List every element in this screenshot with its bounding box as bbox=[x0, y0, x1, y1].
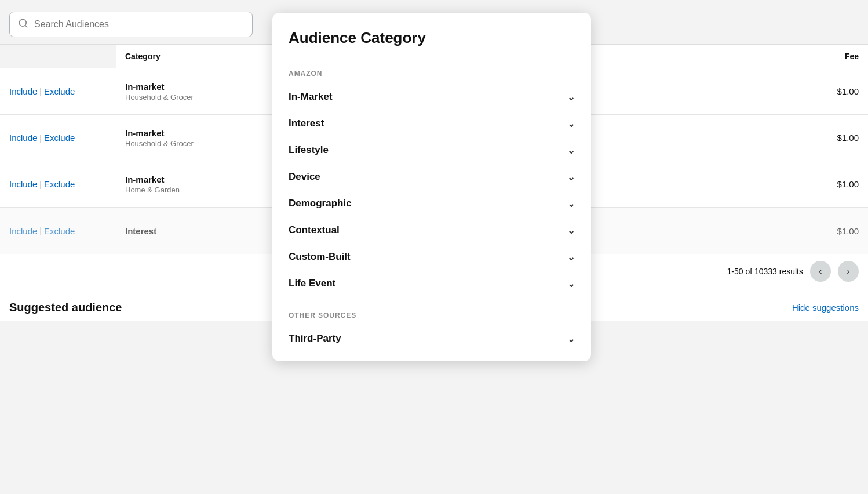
exclude-link-1[interactable]: Exclude bbox=[44, 86, 75, 96]
row-actions-2: Include | Exclude bbox=[0, 124, 116, 152]
chevron-down-icon: ⌄ bbox=[567, 198, 575, 209]
category-item-demographic-label: Demographic bbox=[289, 198, 352, 209]
category-item-third-party-label: Third-Party bbox=[289, 333, 341, 344]
chevron-down-icon: ⌄ bbox=[567, 172, 575, 183]
row-fee-1: $1.00 bbox=[752, 77, 868, 106]
search-icon bbox=[18, 18, 28, 31]
chevron-down-icon: ⌄ bbox=[567, 333, 575, 344]
cat-title-3: In-market bbox=[125, 175, 257, 184]
panel-divider-top bbox=[289, 59, 575, 59]
chevron-down-icon: ⌄ bbox=[567, 145, 575, 156]
separator-3: | bbox=[39, 180, 42, 189]
th-actions bbox=[0, 45, 116, 68]
category-item-lifestyle-label: Lifestyle bbox=[289, 144, 329, 156]
amazon-section-label: AMAZON bbox=[272, 70, 591, 83]
category-item-life-event-label: Life Event bbox=[289, 278, 335, 289]
cat-sub-3: Home & Garden bbox=[125, 186, 257, 194]
category-item-inmarket[interactable]: In-Market ⌄ bbox=[272, 83, 591, 110]
pagination-text: 1-50 of 10333 results bbox=[727, 267, 803, 276]
suggested-title: Suggested audience bbox=[9, 301, 122, 314]
chevron-down-icon: ⌄ bbox=[567, 92, 575, 103]
category-item-life-event[interactable]: Life Event ⌄ bbox=[272, 270, 591, 297]
category-item-device-label: Device bbox=[289, 171, 320, 183]
separator-4: | bbox=[39, 226, 42, 235]
include-link-4[interactable]: Include bbox=[9, 226, 37, 236]
category-item-lifestyle[interactable]: Lifestyle ⌄ bbox=[272, 137, 591, 164]
row-category-3: In-market Home & Garden bbox=[116, 165, 267, 204]
include-link-3[interactable]: Include bbox=[9, 179, 37, 189]
panel-divider-bottom bbox=[289, 303, 575, 303]
category-item-demographic[interactable]: Demographic ⌄ bbox=[272, 190, 591, 217]
row-category-2: In-market Household & Grocer bbox=[116, 119, 267, 157]
category-item-contextual[interactable]: Contextual ⌄ bbox=[272, 217, 591, 244]
exclude-link-4[interactable]: Exclude bbox=[44, 226, 75, 236]
row-actions-1: Include | Exclude bbox=[0, 77, 116, 106]
cat-title-1: In-market bbox=[125, 82, 257, 92]
row-category-1: In-market Household & Grocer bbox=[116, 72, 267, 111]
hide-suggestions-link[interactable]: Hide suggestions bbox=[792, 303, 859, 313]
exclude-link-3[interactable]: Exclude bbox=[44, 179, 75, 189]
include-link-2[interactable]: Include bbox=[9, 133, 37, 143]
separator-2: | bbox=[39, 133, 42, 143]
category-item-interest[interactable]: Interest ⌄ bbox=[272, 110, 591, 137]
cat-sub-2: Household & Grocer bbox=[125, 139, 257, 148]
row-fee-3: $1.00 bbox=[752, 170, 868, 198]
category-item-custom-built[interactable]: Custom-Built ⌄ bbox=[272, 244, 591, 270]
category-item-inmarket-label: In-Market bbox=[289, 91, 333, 103]
chevron-down-icon: ⌄ bbox=[567, 278, 575, 289]
include-link-1[interactable]: Include bbox=[9, 86, 37, 96]
search-input-wrapper[interactable] bbox=[9, 12, 253, 37]
audience-category-panel: Audience Category AMAZON In-Market ⌄ Int… bbox=[272, 13, 591, 361]
cat-sub-1: Household & Grocer bbox=[125, 93, 257, 101]
search-input[interactable] bbox=[34, 19, 244, 30]
main-panel: Category Fee Include | Exclude In-market… bbox=[0, 0, 868, 494]
panel-title: Audience Category bbox=[272, 13, 591, 59]
category-item-device[interactable]: Device ⌄ bbox=[272, 164, 591, 190]
separator-1: | bbox=[39, 87, 42, 96]
row-actions-4: Include | Exclude bbox=[0, 217, 116, 245]
chevron-down-icon: ⌄ bbox=[567, 118, 575, 129]
cat-title-4: Interest bbox=[125, 226, 257, 236]
category-item-contextual-label: Contextual bbox=[289, 224, 340, 236]
category-item-interest-label: Interest bbox=[289, 118, 324, 129]
row-fee-4: $1.00 bbox=[752, 217, 868, 245]
exclude-link-2[interactable]: Exclude bbox=[44, 133, 75, 143]
cat-title-2: In-market bbox=[125, 128, 257, 138]
pagination-next-button[interactable]: › bbox=[838, 261, 859, 282]
pagination-prev-button[interactable]: ‹ bbox=[810, 261, 831, 282]
svg-line-1 bbox=[25, 25, 27, 27]
th-category: Category bbox=[116, 45, 267, 68]
th-fee: Fee bbox=[752, 45, 868, 68]
row-category-4: Interest bbox=[116, 217, 267, 245]
row-actions-3: Include | Exclude bbox=[0, 170, 116, 198]
chevron-down-icon: ⌄ bbox=[567, 225, 575, 236]
chevron-down-icon: ⌄ bbox=[567, 252, 575, 263]
category-item-third-party[interactable]: Third-Party ⌄ bbox=[272, 325, 591, 352]
other-section-label: OTHER SOURCES bbox=[272, 311, 591, 325]
row-fee-2: $1.00 bbox=[752, 124, 868, 152]
category-item-custom-built-label: Custom-Built bbox=[289, 251, 351, 263]
